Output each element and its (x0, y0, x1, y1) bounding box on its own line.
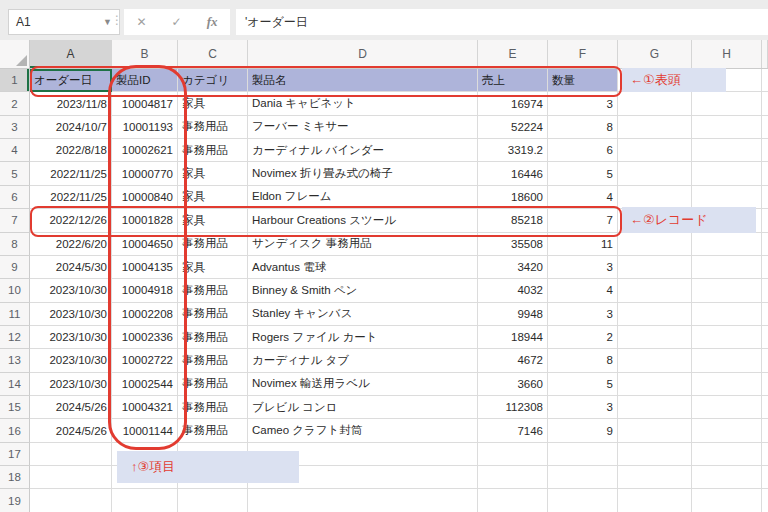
cell-E17[interactable] (478, 443, 548, 466)
cell-B9[interactable]: 10004135 (112, 256, 178, 279)
row-header-4[interactable]: 4 (0, 139, 30, 162)
row-header-16[interactable]: 16 (0, 419, 30, 442)
cell-G11[interactable] (618, 303, 692, 326)
cell-C2[interactable]: 家具 (178, 92, 248, 115)
cell-H18[interactable] (692, 466, 762, 489)
cell-E8[interactable]: 35508 (478, 233, 548, 256)
cell-D4[interactable]: カーディナル バインダー (248, 139, 478, 162)
row-header-14[interactable]: 14 (0, 373, 30, 396)
cell-C5[interactable]: 家具 (178, 162, 248, 185)
cell-E16[interactable]: 7146 (478, 419, 548, 442)
cell-C14[interactable]: 事務用品 (178, 373, 248, 396)
cell-A13[interactable]: 2023/10/30 (30, 349, 112, 372)
cell-A14[interactable]: 2023/10/30 (30, 373, 112, 396)
cell-H14[interactable] (692, 373, 762, 396)
cell-E13[interactable]: 4672 (478, 349, 548, 372)
cell-B2[interactable]: 10004817 (112, 92, 178, 115)
cancel-icon[interactable]: ✕ (137, 15, 147, 29)
cell-D12[interactable]: Rogers ファイル カート (248, 326, 478, 349)
cell-D13[interactable]: カーディナル タブ (248, 349, 478, 372)
cell-F13[interactable]: 8 (548, 349, 618, 372)
column-header-F[interactable]: F (548, 40, 618, 68)
cell-E15[interactable]: 112308 (478, 396, 548, 419)
cell-G5[interactable] (618, 162, 692, 185)
cell-D8[interactable]: サンディスク 事務用品 (248, 233, 478, 256)
cell-A11[interactable]: 2023/10/30 (30, 303, 112, 326)
cell-C10[interactable]: 事務用品 (178, 279, 248, 302)
cell-E1[interactable]: 売上 (478, 69, 548, 92)
cell-H15[interactable] (692, 396, 762, 419)
row-header-2[interactable]: 2 (0, 92, 30, 115)
cell-E18[interactable] (478, 466, 548, 489)
cell-D5[interactable]: Novimex 折り畳み式の椅子 (248, 162, 478, 185)
cell-F10[interactable]: 4 (548, 279, 618, 302)
cell-A17[interactable] (30, 443, 112, 466)
cell-H2[interactable] (692, 92, 762, 115)
column-header-B[interactable]: B (112, 40, 178, 68)
row-header-1[interactable]: 1 (0, 69, 30, 92)
cell-C19[interactable] (178, 489, 248, 512)
cell-D9[interactable]: Advantus 電球 (248, 256, 478, 279)
cell-H3[interactable] (692, 116, 762, 139)
cell-F3[interactable]: 8 (548, 116, 618, 139)
cell-A15[interactable]: 2024/5/26 (30, 396, 112, 419)
cell-G6[interactable] (618, 186, 692, 209)
cell-A2[interactable]: 2023/11/8 (30, 92, 112, 115)
cell-A12[interactable]: 2023/10/30 (30, 326, 112, 349)
row-header-7[interactable]: 7 (0, 209, 30, 232)
cell-E3[interactable]: 52224 (478, 116, 548, 139)
cell-G13[interactable] (618, 349, 692, 372)
row-header-12[interactable]: 12 (0, 326, 30, 349)
cell-D16[interactable]: Cameo クラフト封筒 (248, 419, 478, 442)
cell-C1[interactable]: カテゴリ (178, 69, 248, 92)
cell-H5[interactable] (692, 162, 762, 185)
cell-G16[interactable] (618, 419, 692, 442)
cell-G8[interactable] (618, 233, 692, 256)
cell-A16[interactable]: 2024/5/26 (30, 419, 112, 442)
cell-D3[interactable]: フーバー ミキサー (248, 116, 478, 139)
cell-B13[interactable]: 10002722 (112, 349, 178, 372)
cell-A5[interactable]: 2022/11/25 (30, 162, 112, 185)
cell-F1[interactable]: 数量 (548, 69, 618, 92)
cell-C3[interactable]: 事務用品 (178, 116, 248, 139)
cell-D14[interactable]: Novimex 輸送用ラベル (248, 373, 478, 396)
cell-C8[interactable]: 事務用品 (178, 233, 248, 256)
cell-A9[interactable]: 2024/5/30 (30, 256, 112, 279)
cell-E14[interactable]: 3660 (478, 373, 548, 396)
cell-B10[interactable]: 10004918 (112, 279, 178, 302)
cell-B8[interactable]: 10004650 (112, 233, 178, 256)
cell-B14[interactable]: 10002544 (112, 373, 178, 396)
cell-C4[interactable]: 事務用品 (178, 139, 248, 162)
cell-C16[interactable]: 事務用品 (178, 419, 248, 442)
cell-A10[interactable]: 2023/10/30 (30, 279, 112, 302)
cell-G17[interactable] (618, 443, 692, 466)
cell-D7[interactable]: Harbour Creations スツール (248, 209, 478, 232)
row-header-9[interactable]: 9 (0, 256, 30, 279)
cell-E2[interactable]: 16974 (478, 92, 548, 115)
cell-C12[interactable]: 事務用品 (178, 326, 248, 349)
row-header-8[interactable]: 8 (0, 233, 30, 256)
cell-G2[interactable] (618, 92, 692, 115)
cell-B5[interactable]: 10000770 (112, 162, 178, 185)
row-header-10[interactable]: 10 (0, 279, 30, 302)
row-header-13[interactable]: 13 (0, 349, 30, 372)
row-header-5[interactable]: 5 (0, 162, 30, 185)
cell-D11[interactable]: Stanley キャンバス (248, 303, 478, 326)
cell-D6[interactable]: Eldon フレーム (248, 186, 478, 209)
cell-E12[interactable]: 18944 (478, 326, 548, 349)
cell-H9[interactable] (692, 256, 762, 279)
column-header-H[interactable]: H (692, 40, 762, 68)
cell-B7[interactable]: 10001828 (112, 209, 178, 232)
column-header-A[interactable]: A (30, 40, 112, 68)
cell-C6[interactable]: 家具 (178, 186, 248, 209)
cell-F5[interactable]: 5 (548, 162, 618, 185)
cell-H10[interactable] (692, 279, 762, 302)
cell-B6[interactable]: 10000840 (112, 186, 178, 209)
cell-C9[interactable]: 家具 (178, 256, 248, 279)
cell-G18[interactable] (618, 466, 692, 489)
cell-B12[interactable]: 10002336 (112, 326, 178, 349)
formula-input[interactable]: 'オーダー日 (236, 9, 768, 35)
cell-E11[interactable]: 9948 (478, 303, 548, 326)
cell-E10[interactable]: 4032 (478, 279, 548, 302)
column-header-C[interactable]: C (178, 40, 248, 68)
